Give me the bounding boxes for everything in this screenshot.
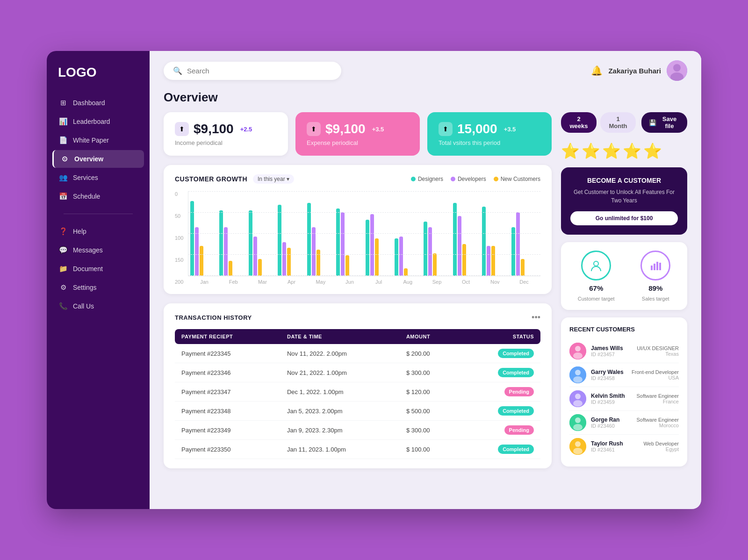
svg-point-15 [575,394,581,399]
search-input[interactable] [187,67,332,75]
user-name: Zakariya Buhari [608,67,661,75]
x-label-aug: Aug [393,279,422,285]
search-box[interactable]: 🔍 [164,62,341,80]
sidebar-item-label: White Paper [73,136,109,144]
cell-amount: $ 100.00 [400,440,460,459]
sidebar-item-services[interactable]: 👥 Services [52,169,144,187]
page-title: Overview [150,90,701,105]
document-icon: 📁 [59,265,67,273]
customer-name: Garry Wales [591,369,627,375]
bar-designers [190,201,194,276]
bar-group [336,208,363,276]
bar-designers [336,208,340,276]
bar-new-customers [375,238,379,276]
sidebar-item-help[interactable]: ❓ Help [52,223,144,240]
customer-role-location: Front-end Developer USA [632,369,679,381]
svg-point-19 [573,424,583,431]
chart-filter[interactable]: In this year ▾ [253,174,294,184]
y-label-0: 0 [175,191,184,197]
save-icon: 💾 [649,119,656,126]
cell-amount: $ 300.00 [400,421,460,440]
cell-status: Pending [460,382,540,402]
become-button[interactable]: Go unlimited for $100 [570,211,678,225]
bar-new-customers [404,268,408,276]
bar-new-customers [287,248,291,276]
col-receipt: PAYMENT RECIEPT [175,329,280,344]
sidebar-item-schedule[interactable]: 📅 Schedule [52,187,144,205]
grid-line-top [188,191,540,192]
sales-target-icon [649,259,662,272]
bar-group [482,207,509,276]
recent-customers-title: RECENT CUSTOMERS [569,326,679,333]
sidebar-item-label: Call Us [73,302,94,310]
transaction-tbody: Payment #223345 Nov 11, 2022. 2.00pm $ 2… [175,344,540,459]
sidebar-item-leaderboard[interactable]: 📊 Leaderboard [52,113,144,130]
x-label-jun: Jun [335,279,364,285]
search-icon: 🔍 [173,66,182,75]
sidebar-item-settings[interactable]: ⚙ Settings [52,279,144,296]
chart-title: CUSTOMER GROWTH [175,175,247,183]
legend-designers: Designers [411,176,443,182]
income-value: $9,100 [194,122,234,136]
left-panel: ⬆ $9,100 +2.5 Income periodical ⬆ $9,100… [164,112,552,495]
svg-rect-6 [656,262,658,270]
income-up-icon: ⬆ [175,122,189,136]
cell-amount: $ 300.00 [400,363,460,382]
list-item: Garry Wales ID #23458 Front-end Develope… [569,363,679,387]
customer-role-location: UI/UX DESIGNER Texas [637,345,679,357]
chart-x-labels: Jan Feb Mar Apr May Jun Jul Aug Sep Oct [188,276,540,285]
sidebar-item-dashboard[interactable]: ⊞ Dashboard [52,94,144,112]
services-icon: 👥 [59,173,67,182]
save-file-button[interactable]: 💾 Save file [641,112,687,133]
cell-receipt: Payment #223349 [175,421,280,440]
customer-id: ID #23458 [591,375,627,381]
bar-new-customers [462,244,466,276]
right-panel: 2 weeks 1 Month 💾 Save file ⭐ ⭐ ⭐ ⭐ ⭐ [561,112,687,495]
cell-receipt: Payment #223345 [175,344,280,363]
stat-card-visitors: ⬆ 15,000 +3.5 Total vsitors this period [427,112,552,156]
bar-developers [282,242,286,276]
sidebar-item-messages[interactable]: 💬 Messages [52,241,144,259]
save-label: Save file [659,115,680,129]
col-status: STATUS [460,329,540,344]
sidebar-item-overview[interactable]: ⊙ Overview [52,150,144,168]
bar-new-customers [345,255,349,276]
sidebar-item-callus[interactable]: 📞 Call Us [52,297,144,315]
stat-card-income: ⬆ $9,100 +2.5 Income periodical [164,112,288,156]
customer-id: ID #23457 [591,352,632,357]
sidebar-item-label: Leaderboard [73,118,110,125]
sidebar-item-document[interactable]: 📁 Document [52,260,144,278]
sidebar-item-whitepaper[interactable]: 📄 White Paper [52,131,144,149]
bar-new-customers [229,261,232,276]
customer-avatar [569,390,586,407]
bar-new-customers [433,253,437,276]
svg-point-9 [575,346,581,352]
transaction-menu[interactable]: ••• [532,313,540,323]
legend-new-customers: New Customers [494,176,540,182]
customer-info: Garry Wales ID #23458 [591,369,627,381]
sales-target-pct: 89% [648,284,662,292]
customer-location: France [637,399,679,404]
star-3: ⭐ [602,142,621,160]
btn-1month[interactable]: 1 Month [600,112,636,133]
customer-location: Egypt [643,446,679,452]
transaction-title: TRANSACTION HISTORY [175,314,252,321]
customer-info: Taylor Rush ID #23461 [591,440,639,452]
customer-role-location: Software Engineer France [637,393,679,404]
content-area: ⬆ $9,100 +2.5 Income periodical ⬆ $9,100… [150,112,701,509]
star-1: ⭐ [561,142,580,160]
btn-2weeks[interactable]: 2 weeks [561,112,597,133]
designers-dot [411,177,416,181]
help-icon: ❓ [59,227,67,236]
customer-info: James Wills ID #23457 [591,345,632,357]
targets-card: 67% Customer target 89% [561,242,687,310]
customer-target-icon [590,259,603,272]
bar-developers [341,212,345,276]
col-datetime: DATE & TIME [280,329,400,344]
svg-point-10 [573,352,583,359]
legend-designers-label: Designers [418,176,443,182]
notification-icon[interactable]: 🔔 [591,65,603,76]
income-change: +2.5 [240,126,252,133]
developers-dot [451,177,455,181]
app-wrapper: LOGO ⊞ Dashboard 📊 Leaderboard 📄 White P… [47,51,701,509]
